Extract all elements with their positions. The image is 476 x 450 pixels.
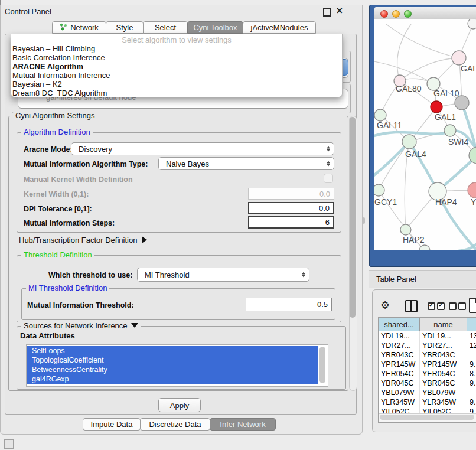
dpi-tolerance-label: DPI Tolerance [0,1]: xyxy=(24,205,92,213)
algorithm-option[interactable]: Bayesian – Hill Climbing xyxy=(12,44,331,53)
network-node[interactable] xyxy=(468,19,476,29)
algorithm-option[interactable]: Mutual Information Inference xyxy=(12,71,331,80)
close-window-icon[interactable] xyxy=(380,10,388,18)
gear-icon[interactable]: ⚙ xyxy=(380,299,390,311)
table-row[interactable]: YLR345WYLR345W9. xyxy=(379,397,476,407)
spinner-icon xyxy=(327,161,330,167)
network-node[interactable] xyxy=(374,184,384,196)
panel-grip-icon[interactable] xyxy=(4,439,14,449)
table-row[interactable]: YBR043CYBR043C xyxy=(379,350,476,360)
checked-box-icon xyxy=(428,302,435,310)
manual-kernel-checkbox[interactable] xyxy=(324,174,333,183)
node-label: SWI4 xyxy=(448,137,468,146)
network-window-titlebar[interactable] xyxy=(374,7,476,20)
network-edge xyxy=(400,58,459,81)
manual-kernel-label: Manual Kernel Width Definition xyxy=(24,175,133,184)
table-row[interactable]: YPR145WYPR145W9. xyxy=(379,360,476,369)
list-item[interactable]: gal4RGexp xyxy=(27,374,318,384)
mi-steps-input[interactable]: 6 xyxy=(248,216,334,229)
table-row[interactable]: YBL079WYBL079W xyxy=(379,388,476,397)
table-cell: YBR045C xyxy=(379,379,420,388)
group-title: Threshold Definition xyxy=(21,251,94,259)
table-panel-title: Table Panel xyxy=(376,275,416,283)
table-cell: YBL079W xyxy=(379,388,420,397)
splitter-handle[interactable] xyxy=(363,217,365,224)
network-canvas[interactable]: GAL7GAL80GAL10GAL1GAL11SWI4GAL4GCY1HAP4Y… xyxy=(374,19,476,250)
network-node[interactable] xyxy=(374,109,386,121)
tab-cyni-toolbox[interactable]: Cyni Toolbox xyxy=(187,21,243,34)
table-row[interactable]: YDR27...YDR27...12 xyxy=(379,341,476,350)
tab-impute-data[interactable]: Impute Data xyxy=(83,418,141,431)
column-header-name[interactable]: name xyxy=(420,318,467,331)
network-node[interactable] xyxy=(400,224,411,235)
network-node[interactable] xyxy=(402,135,416,149)
deselect-all-icon[interactable] xyxy=(449,302,466,310)
hub-definition-expander[interactable]: Hub/Transcription Factor Definition xyxy=(19,236,147,244)
network-node[interactable] xyxy=(431,101,442,113)
settings-scrollbar-thumb[interactable] xyxy=(350,117,356,318)
table-cell: YER054C xyxy=(379,369,420,379)
tab-label: Infer Network xyxy=(220,420,265,429)
float-window-icon[interactable] xyxy=(323,8,331,17)
aracne-mode-select[interactable]: Discovery xyxy=(71,142,334,155)
table-row[interactable]: YER054CYER054C8. xyxy=(379,369,476,379)
node-label: GAL80 xyxy=(396,84,422,93)
table-cell: 9. xyxy=(467,379,476,388)
table-cell: YPR145W xyxy=(420,360,467,369)
table-cell: YDR27... xyxy=(420,341,467,350)
table-row[interactable]: YIL052CYIL052C9 xyxy=(379,407,476,413)
tab-discretize-data[interactable]: Discretize Data xyxy=(140,418,210,431)
tab-jactivemnodules[interactable]: jActiveMNodules xyxy=(243,21,316,34)
selected-value: MI Threshold xyxy=(145,270,190,279)
data-attributes-list[interactable]: SelfLoops TopologicalCoefficient Between… xyxy=(26,344,328,387)
mi-threshold-input[interactable]: 0.5 xyxy=(246,298,332,311)
table-rows[interactable]: YDL19...YDL19...13YDR27...YDR27...12YBR0… xyxy=(379,331,476,413)
close-icon[interactable]: ✕ xyxy=(336,6,343,15)
apply-button[interactable]: Apply xyxy=(158,398,201,412)
tab-label: Impute Data xyxy=(91,420,133,429)
column-header-partial[interactable] xyxy=(467,318,476,331)
network-edge xyxy=(397,24,411,81)
column-header-shared[interactable]: shared... xyxy=(379,318,420,331)
document-icon[interactable] xyxy=(469,298,476,313)
algorithm-option[interactable]: Bayesian – K2 xyxy=(12,80,331,89)
network-node[interactable] xyxy=(444,125,456,136)
node-label: GAL11 xyxy=(377,120,402,130)
table-cell: YLR345W xyxy=(379,397,420,407)
table-hscrollbar-thumb[interactable] xyxy=(380,415,474,420)
zoom-window-icon[interactable] xyxy=(404,10,412,18)
list-item[interactable]: SelfLoops xyxy=(27,346,318,356)
kernel-width-input[interactable]: 0.0 xyxy=(248,188,334,200)
algorithm-option[interactable]: Basic Correlation Inference xyxy=(12,53,331,62)
desktop: Control Panel ✕ Network Style Select Cyn… xyxy=(0,0,476,450)
sources-expander[interactable]: Sources for Network Inference xyxy=(21,322,141,330)
list-item[interactable]: BetweennessCentrality xyxy=(27,365,318,374)
algorithm-option-highlighted[interactable]: ARACNE Algorithm xyxy=(12,62,331,71)
network-node[interactable] xyxy=(452,51,466,65)
mi-algorithm-type-select[interactable]: Naive Bayes xyxy=(158,157,334,170)
table-cell xyxy=(467,388,476,397)
table-row[interactable]: YDL19...YDL19...13 xyxy=(379,331,476,341)
split-columns-icon[interactable] xyxy=(405,300,418,312)
collapse-arrow-icon xyxy=(131,323,138,328)
list-scrollbar-thumb[interactable] xyxy=(319,347,325,383)
table-cell: 12 xyxy=(467,341,476,350)
aracne-mode-label: Aracne Mode: xyxy=(24,145,73,154)
unchecked-box-icon xyxy=(458,302,466,310)
network-node[interactable] xyxy=(468,182,476,198)
which-threshold-select[interactable]: MI Threshold xyxy=(137,268,309,282)
tab-style[interactable]: Style xyxy=(106,21,144,34)
select-all-icon[interactable] xyxy=(428,302,445,310)
tab-infer-network[interactable]: Infer Network xyxy=(210,418,276,431)
node-label: GAL7 xyxy=(461,64,476,73)
dpi-tolerance-input[interactable]: 0.0 xyxy=(248,202,334,214)
tab-network[interactable]: Network xyxy=(52,21,106,34)
minimize-window-icon[interactable] xyxy=(392,10,400,18)
algorithm-option[interactable]: Dream8 DC_TDC Algorithm xyxy=(12,89,331,97)
tab-label: Network xyxy=(70,23,99,32)
table-row[interactable]: YBR045CYBR045C9. xyxy=(379,379,476,388)
table-cell: 9. xyxy=(467,397,476,407)
list-item[interactable]: TopologicalCoefficient xyxy=(27,356,318,365)
network-node[interactable] xyxy=(455,96,469,110)
tab-select[interactable]: Select xyxy=(143,21,188,34)
